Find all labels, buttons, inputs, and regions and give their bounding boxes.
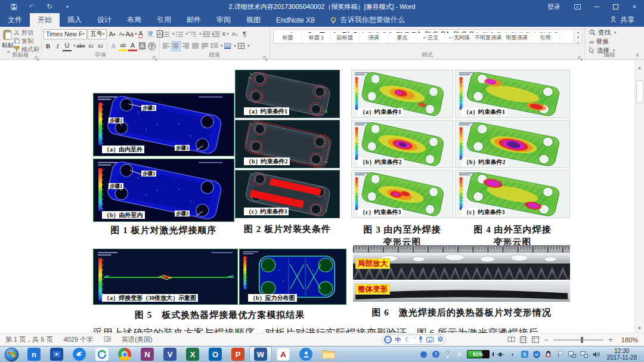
tab-insert[interactable]: 插入 <box>60 13 89 27</box>
scroll-up-arrow[interactable]: ▲ <box>635 63 644 72</box>
tab-endnote[interactable]: EndNote X8 <box>268 13 323 27</box>
style-subtitle[interactable]: AaBbC副标题 <box>331 30 360 43</box>
shading-button[interactable] <box>224 41 233 51</box>
find-button[interactable]: 查找▾ <box>589 29 632 37</box>
font-size-select[interactable]: 五号▾ <box>88 29 107 39</box>
figure-4-panel-c[interactable]: （c）约束条件3 <box>455 170 570 218</box>
tab-review[interactable]: 审阅 <box>209 13 239 27</box>
taskbar-video-player[interactable] <box>45 346 68 362</box>
multilevel-list-button[interactable] <box>188 29 197 39</box>
copy-button[interactable]: 复制 <box>14 38 39 45</box>
tab-mailings[interactable]: 邮件 <box>179 13 209 27</box>
web-layout-view-button[interactable] <box>531 336 539 344</box>
tab-layout[interactable]: 布局 <box>119 13 149 27</box>
save-icon[interactable] <box>10 2 18 11</box>
taskbar-excel[interactable]: X <box>181 346 204 362</box>
justify-button[interactable] <box>191 41 200 51</box>
style-no-spacing[interactable]: AaBbCcD↵无间隔 <box>445 30 474 43</box>
taskbar-chrome[interactable] <box>113 346 136 362</box>
security-shield-icon[interactable] <box>532 349 541 359</box>
power-plug-icon[interactable] <box>496 349 506 359</box>
scrollbar-thumb[interactable] <box>636 81 643 103</box>
taskbar-visio[interactable]: V <box>159 346 181 362</box>
font-color-button[interactable]: A <box>128 41 137 51</box>
scroll-down-arrow[interactable]: ▼ <box>635 324 644 333</box>
figure-2-panel-b[interactable]: （b）约束条件2 <box>235 120 340 168</box>
bullet-list-button[interactable] <box>162 29 171 39</box>
share-button[interactable]: 共享 <box>600 13 644 27</box>
taskbar-file-explorer[interactable] <box>317 346 340 362</box>
zoom-slider[interactable] <box>553 339 603 341</box>
taskbar-powerpoint[interactable]: P <box>227 346 249 362</box>
zoom-in-button[interactable]: + <box>608 336 614 344</box>
italic-button[interactable]: I <box>53 41 62 51</box>
document-body-text[interactable]: 采用上述确定的装夹方案与焊接顺序，对板片对进行实际焊接变形验证，图 6 所示为激… <box>92 326 575 333</box>
styles-dialog-launcher[interactable] <box>578 53 583 58</box>
clipboard-dialog-launcher[interactable] <box>35 53 40 58</box>
ime-mode-chinese[interactable]: 中 <box>395 335 401 344</box>
microphone-icon[interactable] <box>443 349 453 359</box>
vertical-scrollbar[interactable]: ▲ ▼ <box>634 60 644 333</box>
ribbon-display-options-button[interactable]: ∧ <box>568 0 587 13</box>
figure-5-panel-b[interactable]: （b）应力分布图 <box>239 249 346 305</box>
tab-file[interactable]: 文件 <box>0 13 30 27</box>
ime-dot-icon[interactable] <box>419 349 429 359</box>
network-pc-2-icon[interactable] <box>580 349 589 359</box>
highlight-color-button[interactable]: ab <box>119 41 128 51</box>
tab-references[interactable]: 引用 <box>149 13 179 27</box>
style-intense-emphasis[interactable]: AaBbCcD明显强调 <box>503 30 531 43</box>
paste-button[interactable]: 粘贴 ▾ <box>2 28 14 54</box>
styles-scroll-down[interactable]: ▾ <box>574 35 582 41</box>
document-page[interactable]: 步骤1 步骤2 步骤3 （a）由内至外 步骤3 步骤1 步骤2 （b） <box>0 60 644 333</box>
align-left-button[interactable] <box>162 41 171 51</box>
font-dialog-launcher[interactable] <box>153 53 158 58</box>
ime-settings-gear-icon[interactable] <box>437 336 444 344</box>
volume-icon[interactable] <box>592 349 601 359</box>
style-subtle-emphasis[interactable]: AaBbCcD不明显强调 <box>474 30 503 43</box>
taskbar-thunder-download[interactable] <box>68 346 91 362</box>
figure-3-panel-c[interactable]: （c）约束条件3 <box>351 170 453 218</box>
ime-microphone-icon[interactable] <box>419 336 423 344</box>
taskbar-onenote[interactable]: N <box>136 346 159 362</box>
read-mode-view-button[interactable] <box>507 336 515 344</box>
start-button[interactable] <box>0 346 23 362</box>
figure-1-panel-b[interactable]: 步骤3 步骤1 步骤2 （b）由外至内 <box>93 159 234 222</box>
ime-fullwidth-moon-icon[interactable]: ☾ <box>405 335 411 344</box>
repeat-icon[interactable]: ↻ <box>45 2 54 11</box>
style-heading[interactable]: AaBbC标题 <box>274 30 302 43</box>
style-quote[interactable]: AaBbCcD引用 <box>531 30 560 43</box>
grow-font-button[interactable]: A▴ <box>107 29 116 39</box>
styles-gallery-more[interactable]: ▿ <box>574 41 582 45</box>
distribute-button[interactable] <box>200 41 209 51</box>
network-pc-icon[interactable] <box>568 349 577 359</box>
tab-view[interactable]: 视图 <box>239 13 268 27</box>
cut-button[interactable]: 剪切 <box>14 29 39 37</box>
customize-qat-icon[interactable]: ▾ <box>63 2 72 11</box>
taskbar-clock[interactable]: 12:30 2017-11-28 <box>603 348 640 361</box>
taskbar-word-active[interactable]: W <box>249 346 272 362</box>
numbered-list-button[interactable] <box>175 29 184 39</box>
zoom-level[interactable]: 180% <box>618 336 638 344</box>
proofing-icon[interactable] <box>98 336 116 344</box>
taskbar-sogou-browser[interactable] <box>91 346 113 362</box>
battery-indicator[interactable]: 61% <box>467 350 490 358</box>
show-formatting-marks-button[interactable]: ¶ <box>240 29 249 39</box>
font-name-select[interactable]: Times New F▾ <box>44 29 87 39</box>
figure-6-photo-closeup[interactable]: 局部放大 <box>353 245 570 280</box>
figure-2-panel-a[interactable]: （a）约束条件1 <box>235 70 340 118</box>
figure-3-panel-b[interactable]: （b）约束条件2 <box>351 120 453 168</box>
word-count[interactable]: 4029 个字 <box>58 335 98 344</box>
superscript-button[interactable]: x2 <box>96 41 105 51</box>
ime-keyboard-icon[interactable] <box>426 336 434 344</box>
paragraph-dialog-launcher[interactable] <box>263 53 268 58</box>
help-icon[interactable]: ? <box>431 349 441 359</box>
page-indicator[interactable]: 第 1 页，共 5 页 <box>0 335 58 344</box>
style-normal[interactable]: AaBbCcD↵正文 <box>417 30 445 43</box>
figure-2-panel-c[interactable]: （c）约束条件3 <box>235 170 340 218</box>
strikethrough-button[interactable]: abc <box>76 41 86 51</box>
taskbar-tim-messenger[interactable] <box>295 346 317 362</box>
sparkle-icon[interactable] <box>455 349 465 359</box>
align-center-button[interactable] <box>171 41 181 51</box>
minimize-button[interactable] <box>587 0 606 13</box>
line-spacing-button[interactable] <box>210 41 219 51</box>
